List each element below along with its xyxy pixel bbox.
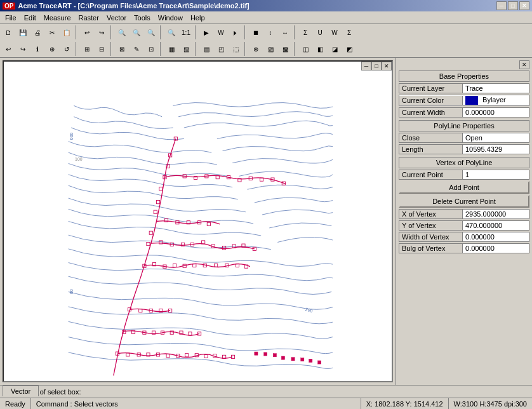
toolbar-2-btn-15[interactable]: ⊗: [249, 42, 263, 56]
toolbar-2-btn-0[interactable]: ↩: [1, 42, 15, 56]
canvas-area[interactable]: ─ □ ✕: [3, 60, 393, 382]
toolbar-2-btn-13[interactable]: ◰: [214, 42, 228, 56]
add-point-button[interactable]: Add Point: [399, 181, 529, 194]
color-swatch: [465, 96, 478, 105]
toolbar-2-btn-20[interactable]: ◪: [328, 42, 342, 56]
vector-tab-button[interactable]: Vector: [3, 386, 39, 396]
close-label: Close: [399, 133, 463, 142]
menu-item-edit[interactable]: Edit: [20, 13, 40, 23]
toolbar-1-btn-8[interactable]: 🔍: [130, 25, 143, 39]
svg-rect-77: [264, 352, 267, 356]
toolbar-2-btn-9[interactable]: ⊡: [144, 42, 158, 56]
toolbar-1-btn-2[interactable]: 🖨: [30, 25, 44, 39]
svg-text:00: 00: [69, 289, 74, 294]
svg-rect-76: [255, 352, 258, 355]
toolbar-1-btn-20[interactable]: W: [328, 25, 342, 39]
delete-point-button[interactable]: Delete Current Point: [399, 195, 529, 208]
toolbar-row-1: 🗋💾🖨✂📋↩↪🔍🔍🔍🔍1:1▶W⏵⏹↕↔ΣUWΣ: [0, 24, 532, 41]
svg-rect-80: [291, 358, 295, 361]
svg-rect-79: [281, 356, 284, 359]
menu-item-vector[interactable]: Vector: [103, 13, 130, 23]
x-vertex-value: 2935.000000: [463, 210, 529, 218]
toolbar-2-btn-12[interactable]: ▤: [199, 42, 213, 56]
toolbar-2-btn-8[interactable]: ✎: [130, 42, 143, 56]
toolbar-2-btn-7[interactable]: ⊠: [115, 42, 129, 56]
toolbar-1-btn-17[interactable]: ↔: [278, 25, 292, 39]
map-canvas[interactable]: 000 00 200: [4, 62, 392, 381]
toolbar-1-btn-4[interactable]: 📋: [60, 25, 74, 39]
current-width-row: Current Width 0.000000: [399, 107, 529, 117]
inner-window-controls[interactable]: ─ □ ✕: [361, 62, 392, 70]
toolbar-sep-1-14: [244, 42, 247, 56]
current-point-value: 1: [463, 170, 529, 179]
toolbar-1-btn-14[interactable]: ⏵: [229, 25, 243, 39]
current-color-value: Bylayer: [463, 95, 529, 105]
toolbar-area: 🗋💾🖨✂📋↩↪🔍🔍🔍🔍1:1▶W⏵⏹↕↔ΣUWΣ ↩↪ℹ⊕↺⊞⊟⊠✎⊡▦▧▤◰⬚…: [0, 24, 532, 58]
toolbar-1-btn-19[interactable]: U: [313, 25, 327, 39]
toolbar-2-btn-17[interactable]: ▩: [278, 42, 292, 56]
length-row: Length 10595.4329: [399, 144, 529, 154]
toolbar-2-btn-2[interactable]: ℹ: [30, 42, 44, 56]
toolbar-sep-0-9: [160, 25, 163, 39]
bulg-vertex-row: Bulg of Vertex 0.000000: [399, 243, 529, 253]
menu-item-help[interactable]: Help: [187, 13, 209, 23]
toolbar-2-btn-19[interactable]: ◧: [313, 42, 327, 56]
panel-close[interactable]: ✕: [519, 60, 529, 69]
toolbar-sep-1-4: [76, 42, 78, 56]
toolbar-sep-1-6: [110, 42, 113, 56]
menu-bar: FileEditMeasureRasterVectorToolsWindowHe…: [0, 11, 532, 24]
inner-maximize[interactable]: □: [371, 62, 382, 70]
toolbar-2-btn-4[interactable]: ↺: [60, 42, 74, 56]
toolbar-1-btn-13[interactable]: W: [214, 25, 228, 39]
toolbar-2-btn-14[interactable]: ⬚: [229, 42, 243, 56]
toolbar-1-btn-0[interactable]: 🗋: [1, 25, 15, 39]
toolbar-1-btn-21[interactable]: Σ: [342, 25, 356, 39]
maximize-button[interactable]: □: [508, 1, 518, 10]
toolbar-1-btn-15[interactable]: ⏹: [249, 25, 263, 39]
toolbar-sep-1-11: [195, 42, 197, 56]
menu-item-file[interactable]: File: [1, 13, 20, 23]
svg-text:000: 000: [69, 132, 74, 140]
toolbar-2-btn-6[interactable]: ⊟: [95, 42, 109, 56]
window-title: Acme TraceART - [C:\Program Files\Acme T…: [18, 2, 249, 10]
inner-close[interactable]: ✕: [382, 62, 392, 70]
toolbar-1-btn-11[interactable]: 1:1: [179, 25, 193, 39]
toolbar-1-btn-10[interactable]: 🔍: [164, 25, 178, 39]
menu-item-window[interactable]: Window: [154, 13, 187, 23]
toolbar-sep-1-9: [160, 42, 163, 56]
current-layer-row: Current Layer Trace: [399, 83, 529, 93]
toolbar-sep-1-17: [294, 42, 296, 56]
current-color-label: Current Color: [399, 96, 463, 105]
toolbar-2-btn-3[interactable]: ⊕: [45, 42, 59, 56]
menu-item-raster[interactable]: Raster: [75, 13, 103, 23]
x-vertex-row: X of Vertex 2935.000000: [399, 209, 529, 219]
toolbar-1-btn-18[interactable]: Σ: [298, 25, 312, 39]
minimize-button[interactable]: ─: [496, 1, 507, 10]
close-button[interactable]: ✕: [519, 1, 529, 10]
toolbar-1-btn-9[interactable]: 🔍: [144, 25, 158, 39]
inner-minimize[interactable]: ─: [361, 62, 371, 70]
length-label: Length: [399, 145, 463, 154]
toolbar-2-btn-5[interactable]: ⊞: [80, 42, 94, 56]
menu-item-measure[interactable]: Measure: [40, 13, 75, 23]
toolbar-1-btn-6[interactable]: ↪: [95, 25, 109, 39]
current-width-label: Current Width: [399, 108, 463, 117]
toolbar-1-btn-12[interactable]: ▶: [199, 25, 213, 39]
toolbar-1-btn-5[interactable]: ↩: [80, 25, 94, 39]
toolbar-2-btn-16[interactable]: ▨: [263, 42, 277, 56]
current-layer-label: Current Layer: [399, 84, 463, 93]
menu-item-tools[interactable]: Tools: [130, 13, 154, 23]
toolbar-2-btn-18[interactable]: ◫: [298, 42, 312, 56]
toolbar-1-btn-1[interactable]: 💾: [16, 25, 30, 39]
toolbar-sep-0-11: [195, 25, 197, 39]
toolbar-row-2: ↩↪ℹ⊕↺⊞⊟⊠✎⊡▦▧▤◰⬚⊗▨▩◫◧◪◩: [0, 41, 532, 57]
svg-rect-81: [301, 358, 304, 361]
toolbar-1-btn-16[interactable]: ↕: [263, 25, 277, 39]
toolbar-2-btn-10[interactable]: ▦: [164, 42, 178, 56]
toolbar-1-btn-7[interactable]: 🔍: [115, 25, 129, 39]
toolbar-2-btn-11[interactable]: ▧: [179, 42, 193, 56]
title-bar-buttons[interactable]: ─ □ ✕: [496, 1, 529, 10]
toolbar-1-btn-3[interactable]: ✂: [45, 25, 59, 39]
toolbar-2-btn-21[interactable]: ◩: [342, 42, 356, 56]
toolbar-2-btn-1[interactable]: ↪: [16, 42, 30, 56]
